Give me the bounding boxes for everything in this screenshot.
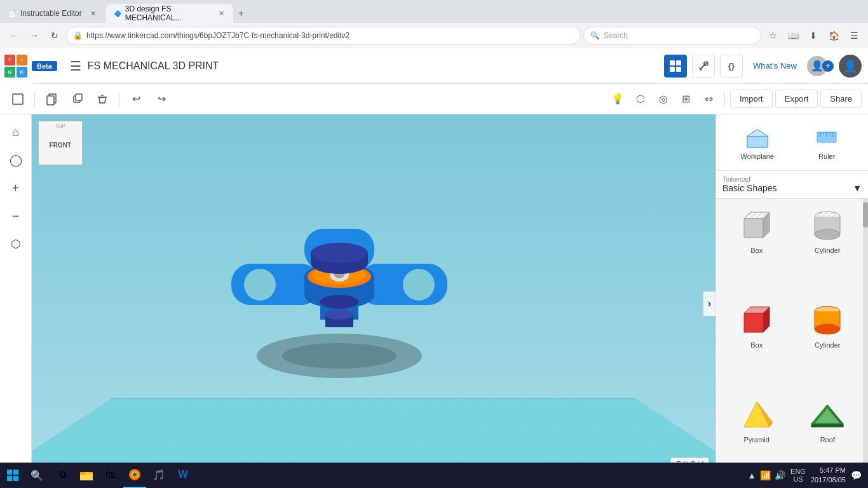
right-panel: Workplane Ruler Tinkercad Basic Shapes ▼: [715, 114, 868, 488]
shape-item-box-red[interactable]: Box: [721, 299, 792, 393]
cylinder-gray-label: Cylinder: [815, 247, 840, 254]
perspective-button[interactable]: ⬡: [4, 233, 27, 255]
tab-close-tinkercad[interactable]: ✕: [217, 8, 226, 18]
shapes-provider: Tinkercad: [722, 176, 862, 183]
cube-top-label: TOP: [56, 124, 65, 128]
taskbar-app-explorer[interactable]: [75, 463, 98, 488]
shapes-grid: Box: [716, 199, 868, 488]
taskbar-right: ▲ 📶 🔊 ENG US 5:47 PM 2017/08/05 💬: [741, 466, 868, 485]
whats-new-button[interactable]: What's New: [748, 61, 802, 71]
view-cube[interactable]: TOP FRONT: [38, 121, 89, 172]
taskbar-notification-button[interactable]: 💬: [851, 470, 862, 480]
grid-button[interactable]: ⊞: [676, 89, 696, 109]
camera-button[interactable]: ⬡: [630, 89, 651, 109]
grid-view-button[interactable]: [664, 55, 687, 78]
shape-item-box-gray[interactable]: Box: [721, 204, 792, 299]
refresh-button[interactable]: ↻: [46, 27, 64, 44]
home-browser-button[interactable]: 🏠: [825, 27, 843, 44]
cube-face[interactable]: TOP FRONT: [38, 121, 83, 165]
svg-marker-47: [744, 219, 763, 238]
tinkercad-logo: T I N K: [0, 48, 32, 84]
tab-title-tinkercad: 3D design FS MECHANICAL...: [125, 4, 211, 22]
copy-paste-button[interactable]: [40, 88, 63, 111]
home-view-button[interactable]: ⌂: [4, 121, 27, 144]
download-button[interactable]: ⬇: [804, 27, 822, 44]
code-editor-button[interactable]: {}: [720, 55, 743, 78]
zoom-out-button[interactable]: −: [4, 205, 27, 227]
start-button[interactable]: [0, 463, 25, 488]
panel-collapse-button[interactable]: ›: [703, 291, 715, 316]
collapse-icon: ›: [708, 298, 711, 309]
duplicate-button[interactable]: [65, 88, 88, 111]
taskbar-app-itunes[interactable]: 🎵: [147, 463, 170, 488]
taskbar-language: ENG US: [790, 468, 806, 483]
taskbar-app-taskview[interactable]: ⧉: [51, 463, 74, 488]
taskbar-search-button[interactable]: 🔍: [25, 464, 48, 487]
cube-front-label: FRONT: [50, 142, 71, 149]
svg-rect-1: [676, 60, 681, 65]
reader-mode-button[interactable]: 📖: [784, 27, 802, 44]
search-icon: 🔍: [590, 31, 600, 40]
shapes-header: Tinkercad Basic Shapes ▼: [716, 171, 868, 199]
redo-button[interactable]: ↪: [150, 88, 173, 111]
scrollbar-thumb[interactable]: [863, 202, 868, 227]
language-region: US: [790, 475, 806, 483]
profile-avatar[interactable]: 👤: [839, 55, 862, 78]
taskbar-datetime: 5:47 PM 2017/08/05: [811, 466, 846, 485]
tools-button[interactable]: [692, 55, 715, 78]
box-red-icon: [738, 304, 776, 339]
view3d-button[interactable]: ◎: [653, 89, 674, 109]
shapes-category-selector[interactable]: Basic Shapes ▼: [722, 183, 862, 193]
new-tab-button[interactable]: +: [233, 8, 249, 19]
lock-icon: 🔒: [73, 31, 83, 40]
add-user-icon[interactable]: +: [822, 60, 834, 72]
logo-t: T: [4, 55, 15, 65]
browser-search-bar[interactable]: 🔍 Search: [583, 27, 761, 44]
beta-badge: Beta: [32, 61, 57, 71]
menu-browser-button[interactable]: ☰: [845, 27, 863, 44]
svg-point-62: [815, 324, 840, 334]
svg-rect-75: [80, 472, 85, 475]
ruler-button[interactable]: Ruler: [792, 121, 862, 164]
light-button[interactable]: 💡: [607, 89, 628, 109]
code-icon: {}: [728, 61, 735, 71]
orbit-button[interactable]: ◯: [4, 149, 27, 172]
taskbar-app-firefox[interactable]: [123, 463, 146, 488]
shape-item-cylinder-gray[interactable]: Cylinder: [792, 204, 864, 299]
export-button[interactable]: Export: [775, 90, 818, 108]
bookmark-star-button[interactable]: ☆: [764, 27, 782, 44]
tab-instructable[interactable]: 📄 Instructable Editor ✕: [0, 4, 106, 23]
delete-button[interactable]: [91, 88, 114, 111]
svg-rect-71: [7, 476, 12, 481]
taskbar-volume-icon[interactable]: 🔊: [775, 470, 785, 480]
svg-point-17: [403, 269, 435, 301]
taskbar-app-word[interactable]: W: [172, 463, 194, 488]
toolbar: ↩ ↪ 💡 ⬡ ◎ ⊞ ⇔ Import Export Share: [0, 84, 868, 114]
header-menu-button[interactable]: ☰: [64, 58, 88, 74]
taskbar-app-store[interactable]: 🛍: [99, 463, 122, 488]
share-button[interactable]: Share: [820, 90, 862, 108]
new-design-button[interactable]: [6, 88, 29, 111]
forward-button[interactable]: →: [25, 27, 43, 44]
taskbar-network-icon[interactable]: 📶: [760, 470, 771, 480]
taskbar-up-arrow-icon[interactable]: ▲: [747, 470, 756, 480]
viewport[interactable]: TOP FRONT Edit Grid Snap Grid 1.0 mm ▲ ›: [32, 114, 715, 488]
workplane-button[interactable]: Workplane: [722, 121, 792, 164]
svg-rect-3: [676, 67, 681, 72]
tab-close-instructable[interactable]: ✕: [88, 8, 98, 18]
app-header: T I N K Beta ☰ FS MECHANICAL 3D PRINT {}: [0, 48, 868, 84]
shape-item-cylinder-orange[interactable]: Cylinder: [792, 299, 864, 393]
taskbar: 🔍 ⧉ 🛍 🎵 W ▲ 📶 🔊: [0, 463, 868, 488]
zoom-in-button[interactable]: +: [4, 177, 27, 200]
tab-title-instructable: Instructable Editor: [20, 9, 82, 18]
undo-button[interactable]: ↩: [125, 88, 147, 111]
scrollbar-track[interactable]: [863, 199, 868, 488]
main-layout: ⌂ ◯ + − ⬡: [0, 114, 868, 488]
address-bar[interactable]: 🔒 https://www.tinkercad.com/things/6bpJO…: [66, 27, 581, 44]
back-button[interactable]: ←: [5, 27, 23, 44]
mirror-button[interactable]: ⇔: [699, 89, 719, 109]
svg-point-54: [815, 229, 840, 240]
logo-grid: T I N K: [4, 55, 27, 78]
tab-tinkercad[interactable]: 🔷 3D design FS MECHANICAL... ✕: [106, 4, 233, 23]
import-button[interactable]: Import: [730, 90, 773, 108]
